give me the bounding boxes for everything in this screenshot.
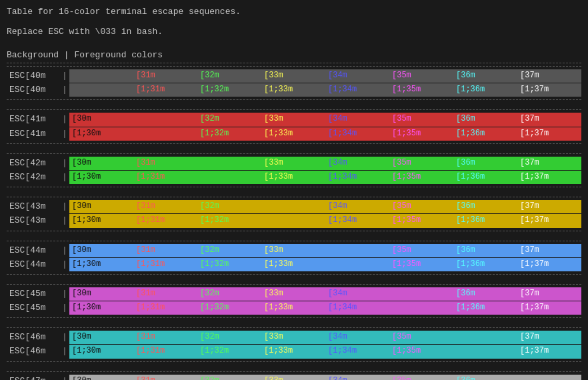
color-cell: [33m <box>261 375 325 380</box>
pipe-separator: | <box>60 331 69 344</box>
color-cell: [33m <box>261 69 325 83</box>
color-cell: [33m <box>261 113 325 126</box>
pipe-separator: | <box>60 69 69 83</box>
color-cell-bold: [1;34m <box>325 301 389 315</box>
color-cell-bold <box>453 345 517 358</box>
color-row: ESC[41m|[30m[32m[33m[34m[35m[36m[37m <box>7 113 581 126</box>
row-label: ESC[45m <box>7 287 60 301</box>
color-cell-bold: [1;36m <box>453 83 517 97</box>
color-cell: [35m <box>389 244 453 257</box>
color-cell-bold: [1;34m <box>325 345 389 358</box>
color-cell-bold: [1;35m <box>389 345 453 358</box>
color-cell: [35m <box>389 69 453 83</box>
color-cells-normal: [30m[32m[33m[34m[35m[36m[37m <box>69 113 581 126</box>
color-cell-bold: [1;36m <box>453 214 517 227</box>
pipe-separator: | <box>60 214 69 227</box>
color-cell-bold: [1;37m <box>517 171 581 184</box>
color-cell-bold: [1;37m <box>517 345 581 358</box>
color-cell: [37m <box>517 287 581 301</box>
color-cell: [36m <box>453 69 517 83</box>
section-header: Background | Foreground colors <box>7 50 581 60</box>
color-cell-bold: [1;34m <box>325 214 389 227</box>
color-cell: [30m <box>69 375 133 380</box>
color-cells-bold: [1;30m[1;32m[1;33m[1;34m[1;35m[1;36m[1;3… <box>69 127 581 141</box>
color-cell <box>133 113 197 126</box>
color-cell: [32m <box>197 375 261 380</box>
row-bottom-divider <box>7 99 581 100</box>
color-cell: [31m <box>133 287 197 301</box>
row-label-bold: ESC[40m <box>7 83 60 97</box>
color-cell: [32m <box>197 287 261 301</box>
row-bottom-divider <box>7 187 581 187</box>
color-cell: [35m <box>389 331 453 344</box>
color-cell-bold <box>261 214 325 227</box>
color-cell: [36m <box>453 157 517 170</box>
row-label: ESC[44m <box>7 244 60 257</box>
color-cell-bold <box>389 301 453 315</box>
color-cells-bold: [1;30m[1;31m[1;32m[1;34m[1;35m[1;36m[1;3… <box>69 214 581 227</box>
color-cell-bold: [1;32m <box>197 345 261 358</box>
color-row-bold: ESC[40m|[1;31m[1;32m[1;33m[1;34m[1;35m[1… <box>7 83 581 97</box>
color-cell-bold: [1;31m <box>133 345 197 358</box>
row-top-divider <box>7 66 581 67</box>
color-cell: [31m <box>133 200 197 213</box>
row-separator <box>7 234 581 238</box>
color-cell: [31m <box>133 244 197 257</box>
color-cell: [37m <box>517 200 581 213</box>
color-cell <box>261 200 325 213</box>
color-cell-bold: [1;30m <box>69 214 133 227</box>
pipe-separator: | <box>60 301 69 315</box>
color-cell: [36m <box>453 244 517 257</box>
row-top-divider <box>7 197 581 197</box>
color-cell-bold <box>197 171 261 184</box>
row-label: ESC[41m <box>7 113 60 126</box>
row-separator <box>7 277 581 281</box>
color-cell: [31m <box>133 69 197 83</box>
color-cell-bold: [1;34m <box>325 171 389 184</box>
color-cell-bold: [1;30m <box>69 258 133 271</box>
pipe-separator: | <box>60 113 69 126</box>
color-cell <box>453 331 517 344</box>
color-row: ESC[40m|[31m[32m[33m[34m[35m[36m[37m <box>7 69 581 83</box>
color-cells-bold: [1;30m[1;31m[1;32m[1;33m[1;35m[1;36m[1;3… <box>69 258 581 271</box>
color-cell: [32m <box>197 331 261 344</box>
color-cells-normal: [30m[31m[32m[33m[34m[36m[37m <box>69 287 581 301</box>
row-separator <box>7 190 581 194</box>
color-cell-bold: [1;31m <box>133 214 197 227</box>
color-cell: [31m <box>133 331 197 344</box>
row-label: ESC[40m <box>7 69 60 83</box>
color-cell <box>197 157 261 170</box>
row-top-divider <box>7 153 581 154</box>
row-separator <box>7 103 581 107</box>
color-cell-bold: [1;33m <box>261 83 325 97</box>
pipe-separator: | <box>60 171 69 184</box>
color-cell-bold: [1;33m <box>261 127 325 141</box>
color-cell: [36m <box>453 287 517 301</box>
color-cell-bold: [1;37m <box>517 83 581 97</box>
row-top-divider <box>7 284 581 285</box>
color-row: ESC[46m|[30m[31m[32m[33m[34m[35m[37m <box>7 331 581 344</box>
color-cell-bold: [1;33m <box>261 258 325 271</box>
color-cell <box>325 244 389 257</box>
color-row-bold: ESC[41m|[1;30m[1;32m[1;33m[1;34m[1;35m[1… <box>7 127 581 141</box>
pipe-separator: | <box>60 345 69 358</box>
color-cells-bold: [1;30m[1;31m[1;32m[1;33m[1;34m[1;36m[1;3… <box>69 301 581 315</box>
color-cell-bold: [1;30m <box>69 301 133 315</box>
color-cell: [36m <box>453 375 517 380</box>
row-bottom-divider <box>7 143 581 144</box>
pipe-separator: | <box>60 244 69 257</box>
row-top-divider <box>7 241 581 241</box>
color-cell: [31m <box>133 157 197 170</box>
color-cell-bold: [1;37m <box>517 214 581 227</box>
color-cell: [37m <box>517 157 581 170</box>
row-label-bold: ESC[44m <box>7 258 60 271</box>
color-cell: [34m <box>325 113 389 126</box>
row-label-bold: ESC[46m <box>7 345 60 358</box>
color-cell-bold: [1;32m <box>197 83 261 97</box>
color-cell-bold: [1;35m <box>389 83 453 97</box>
color-cell: [33m <box>261 331 325 344</box>
color-cell-bold: [1;31m <box>133 301 197 315</box>
color-row: ESC[45m|[30m[31m[32m[33m[34m[36m[37m <box>7 287 581 301</box>
color-cells-normal: [31m[32m[33m[34m[35m[36m[37m <box>69 69 581 83</box>
color-cell-bold: [1;33m <box>261 171 325 184</box>
